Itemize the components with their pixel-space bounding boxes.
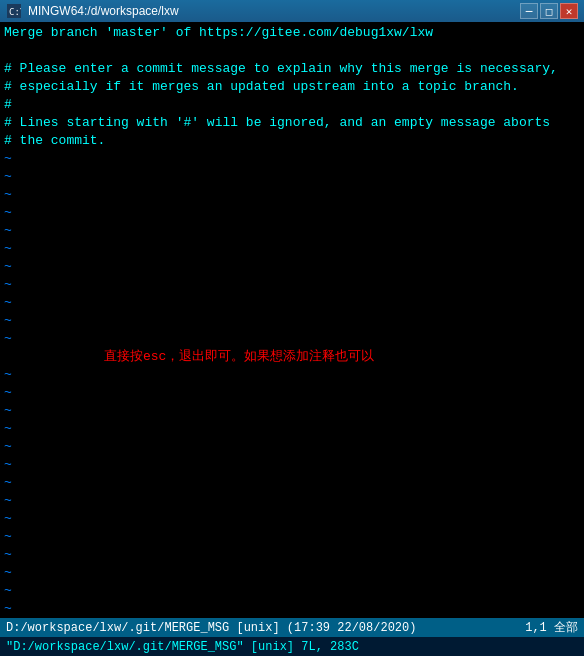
statusbar2-left: "D:/workspace/lxw/.git/MERGE_MSG" [unix]…: [6, 640, 359, 654]
terminal-line-blank: [4, 42, 580, 60]
statusbar1-right: 1,1 全部: [525, 619, 578, 636]
tilde-13: ~: [4, 384, 580, 402]
tilde-7: ~: [4, 258, 580, 276]
window-title: MINGW64:/d/workspace/lxw: [28, 4, 179, 18]
tilde-23: ~: [4, 564, 580, 582]
tilde-20: ~: [4, 510, 580, 528]
terminal-icon: C:\: [6, 3, 22, 19]
tilde-6: ~: [4, 240, 580, 258]
terminal-content[interactable]: Merge branch 'master' of https://gitee.c…: [0, 22, 584, 618]
hint-text: 直接按esc，退出即可。如果想添加注释也可以: [4, 348, 580, 366]
tilde-2: ~: [4, 168, 580, 186]
statusbar1-left: D:/workspace/lxw/.git/MERGE_MSG [unix] (…: [6, 621, 416, 635]
tilde-16: ~: [4, 438, 580, 456]
tilde-18: ~: [4, 474, 580, 492]
tilde-1: ~: [4, 150, 580, 168]
tilde-15: ~: [4, 420, 580, 438]
close-button[interactable]: ✕: [560, 3, 578, 19]
tilde-10: ~: [4, 312, 580, 330]
titlebar-left: C:\ MINGW64:/d/workspace/lxw: [6, 3, 179, 19]
tilde-11: ~: [4, 330, 580, 348]
window-controls: ─ □ ✕: [520, 3, 578, 19]
tilde-19: ~: [4, 492, 580, 510]
tilde-25: ~: [4, 600, 580, 618]
maximize-button[interactable]: □: [540, 3, 558, 19]
terminal-line-3: # Please enter a commit message to expla…: [4, 60, 580, 78]
status-bar-1: D:/workspace/lxw/.git/MERGE_MSG [unix] (…: [0, 618, 584, 637]
tilde-22: ~: [4, 546, 580, 564]
terminal-line-7: # the commit.: [4, 132, 580, 150]
terminal-line-4: # especially if it merges an updated ups…: [4, 78, 580, 96]
svg-text:C:\: C:\: [9, 7, 21, 17]
tilde-21: ~: [4, 528, 580, 546]
tilde-9: ~: [4, 294, 580, 312]
terminal-line-1: Merge branch 'master' of https://gitee.c…: [4, 24, 580, 42]
terminal-line-5: #: [4, 96, 580, 114]
tilde-24: ~: [4, 582, 580, 600]
tilde-5: ~: [4, 222, 580, 240]
tilde-12: ~: [4, 366, 580, 384]
tilde-3: ~: [4, 186, 580, 204]
tilde-14: ~: [4, 402, 580, 420]
tilde-8: ~: [4, 276, 580, 294]
tilde-4: ~: [4, 204, 580, 222]
terminal-line-6: # Lines starting with '#' will be ignore…: [4, 114, 580, 132]
titlebar: C:\ MINGW64:/d/workspace/lxw ─ □ ✕: [0, 0, 584, 22]
tilde-17: ~: [4, 456, 580, 474]
minimize-button[interactable]: ─: [520, 3, 538, 19]
status-bar-2: "D:/workspace/lxw/.git/MERGE_MSG" [unix]…: [0, 637, 584, 656]
